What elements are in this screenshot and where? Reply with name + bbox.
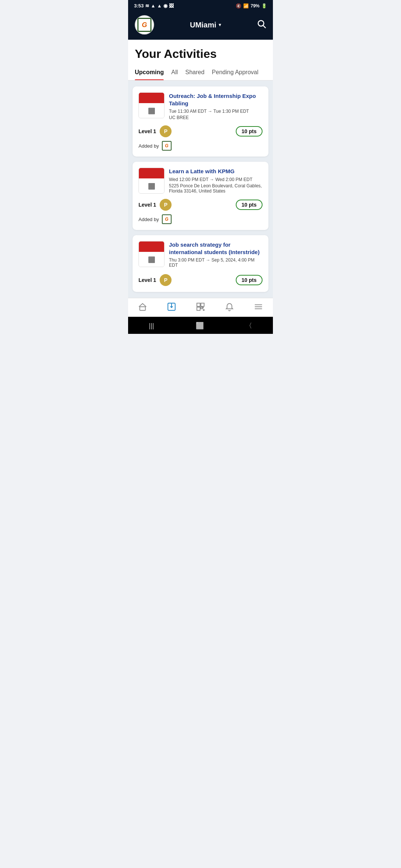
card-thumbnail-2: ▦ (138, 168, 164, 194)
page-title-area: Your Activities (128, 40, 273, 65)
card-top-1: ▦ Outreach: Job & Internship Expo Tablin… (138, 92, 263, 120)
pts-badge-3: 10 pts (236, 275, 263, 285)
card-info-3: Job search strategy for international st… (169, 241, 263, 269)
android-home-btn[interactable]: ⬜ (196, 322, 204, 330)
activity-card-3[interactable]: ▦ Job search strategy for international … (133, 235, 268, 292)
card-bottom-3: Level 1 P 10 pts (138, 274, 263, 286)
tab-upcoming[interactable]: Upcoming (135, 65, 170, 80)
added-by-2: Added by G (138, 214, 263, 224)
bottom-nav (128, 298, 273, 317)
svg-rect-6 (201, 303, 204, 306)
android-back-btn[interactable]: 〈 (245, 321, 252, 330)
activity-card-1[interactable]: ▦ Outreach: Job & Internship Expo Tablin… (133, 86, 268, 157)
nav-menu[interactable] (254, 302, 263, 312)
card-title-1: Outreach: Job & Internship Expo Tabling (169, 92, 263, 107)
svg-rect-9 (203, 310, 204, 310)
status-time: 3:53 ≋ ▲ ▲ ◉ 🖼 (134, 3, 174, 9)
card-bottom-left-1: Level 1 P (138, 125, 172, 137)
mute-icon: 🔇 (236, 3, 241, 9)
level-label-3: Level 1 (138, 277, 156, 283)
battery-label: 79% (251, 3, 260, 9)
added-by-logo-2: G (162, 214, 172, 224)
avatar-badge-1: P (160, 125, 172, 137)
card-time-2: Wed 12:00 PM EDT → Wed 2:00 PM EDT (169, 177, 263, 182)
status-bar: 3:53 ≋ ▲ ▲ ◉ 🖼 🔇 📶 79% 🔋 (128, 0, 273, 11)
android-recent-btn[interactable]: ||| (149, 322, 154, 330)
card-time-1: Tue 11:30 AM EDT → Tue 1:30 PM EDT (169, 109, 263, 114)
qr-icon-1: ▦ (148, 106, 156, 115)
battery-icon: 🔋 (261, 3, 267, 9)
svg-line-1 (263, 26, 265, 28)
added-by-1: Added by G (138, 141, 263, 151)
card-top-2: ▦ Learn a Latte with KPMG Wed 12:00 PM E… (138, 168, 263, 194)
card-location-2: 5225 Ponce De Leon Boulevard, Coral Gabl… (169, 183, 263, 194)
nav-activities[interactable] (167, 302, 176, 312)
added-by-logo-1: G (162, 141, 172, 151)
card-location-1: UC BREE (169, 115, 263, 120)
chevron-down-icon: ▾ (219, 22, 221, 27)
nav-qr[interactable] (196, 302, 205, 312)
level-label-2: Level 1 (138, 202, 156, 208)
activity-card-2[interactable]: ▦ Learn a Latte with KPMG Wed 12:00 PM E… (133, 162, 268, 230)
card-bottom-2: Level 1 P 10 pts (138, 199, 263, 211)
nav-notifications[interactable] (225, 302, 234, 312)
qr-icon-2: ▦ (148, 181, 156, 191)
android-nav: ||| ⬜ 〈 (128, 317, 273, 334)
avatar-badge-3: P (160, 274, 172, 286)
card-thumbnail-1: ▦ (138, 92, 164, 118)
content-area: ▦ Outreach: Job & Internship Expo Tablin… (128, 80, 273, 298)
card-bottom-left-3: Level 1 P (138, 274, 172, 286)
pts-badge-1: 10 pts (236, 126, 263, 137)
card-time-3: Thu 3:00 PM EDT → Sep 5, 2024, 4:00 PM E… (169, 257, 263, 268)
app-logo[interactable]: G (135, 15, 154, 34)
tab-shared[interactable]: Shared (185, 65, 211, 80)
search-button[interactable] (257, 19, 266, 31)
card-info-2: Learn a Latte with KPMG Wed 12:00 PM EDT… (169, 168, 263, 194)
tabs-bar: Upcoming All Shared Pending Approval (128, 65, 273, 80)
svg-rect-5 (197, 303, 200, 306)
card-bottom-left-2: Level 1 P (138, 199, 172, 211)
nav-home[interactable] (138, 302, 147, 312)
card-info-1: Outreach: Job & Internship Expo Tabling … (169, 92, 263, 120)
tab-all[interactable]: All (171, 65, 184, 80)
page-title: Your Activities (135, 47, 266, 61)
svg-rect-10 (202, 307, 203, 308)
level-label-1: Level 1 (138, 128, 156, 134)
wifi-icon: 📶 (243, 3, 249, 9)
card-title-2: Learn a Latte with KPMG (169, 168, 263, 175)
card-top-3: ▦ Job search strategy for international … (138, 241, 263, 269)
svg-rect-7 (197, 307, 200, 310)
pts-badge-2: 10 pts (236, 200, 263, 210)
card-bottom-1: Level 1 P 10 pts (138, 125, 263, 137)
header-title[interactable]: UMiami ▾ (190, 21, 221, 29)
school-name: UMiami (190, 21, 216, 29)
avatar-badge-2: P (160, 199, 172, 211)
status-right: 🔇 📶 79% 🔋 (236, 3, 267, 9)
qr-icon-3: ▦ (148, 254, 156, 264)
app-header: G UMiami ▾ (128, 11, 273, 40)
tab-pending[interactable]: Pending Approval (212, 65, 264, 80)
card-title-3: Job search strategy for international st… (169, 241, 263, 256)
svg-rect-2 (140, 307, 145, 310)
card-thumbnail-3: ▦ (138, 241, 164, 267)
